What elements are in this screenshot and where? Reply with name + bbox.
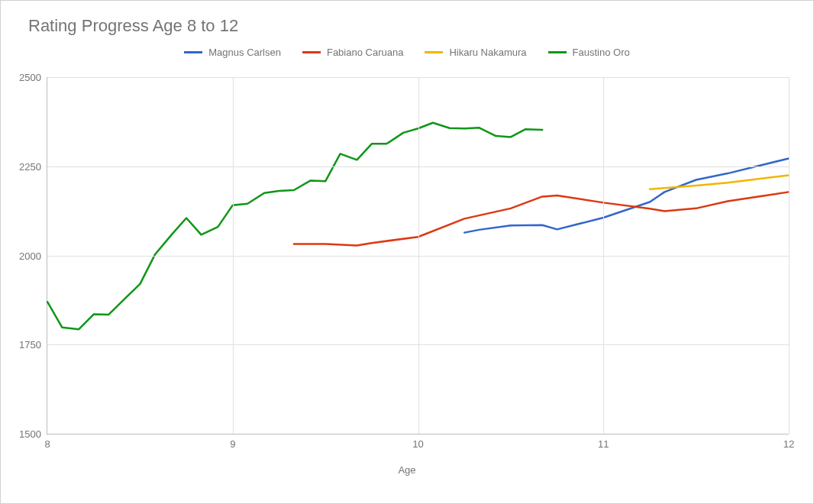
gridline-vertical <box>789 77 790 434</box>
legend-swatch <box>184 51 202 53</box>
gridline-vertical <box>233 77 234 434</box>
legend-item[interactable]: Magnus Carlsen <box>184 47 281 58</box>
legend-item[interactable]: Fabiano Caruana <box>302 47 403 58</box>
series-line <box>464 158 789 232</box>
legend-item[interactable]: Hikaru Nakamura <box>425 47 526 58</box>
legend-label: Hikaru Nakamura <box>449 47 526 58</box>
y-tick-label: 1500 <box>3 428 41 440</box>
series-line <box>294 192 789 245</box>
chart-frame: Rating Progress Age 8 to 12 Magnus Carls… <box>0 0 814 504</box>
legend-item[interactable]: Faustino Oro <box>548 47 630 58</box>
x-tick-label: 9 <box>230 438 235 450</box>
legend-swatch <box>302 51 321 53</box>
x-tick-label: 8 <box>44 438 50 450</box>
x-tick-label: 12 <box>783 438 794 450</box>
series-line <box>650 175 789 189</box>
y-tick-label: 2500 <box>3 72 41 83</box>
legend-label: Magnus Carlsen <box>208 47 281 58</box>
chart-title: Rating Progress Age 8 to 12 <box>28 16 238 36</box>
y-tick-label: 2250 <box>3 160 41 172</box>
legend-label: Fabiano Caruana <box>327 47 403 58</box>
legend-swatch <box>548 51 567 53</box>
x-tick-label: 11 <box>598 438 609 450</box>
x-tick-label: 10 <box>412 438 423 450</box>
plot-area: 15001750200022502500 89101112 <box>47 77 789 435</box>
gridline-vertical <box>603 77 604 434</box>
y-tick-label: 1750 <box>3 339 41 351</box>
legend: Magnus CarlsenFabiano CaruanaHikaru Naka… <box>1 47 813 58</box>
gridline-vertical <box>418 77 419 434</box>
series-line <box>47 123 542 329</box>
x-axis-title: Age <box>1 464 813 476</box>
legend-swatch <box>425 51 443 53</box>
legend-label: Faustino Oro <box>573 47 630 58</box>
y-tick-label: 2000 <box>3 250 41 261</box>
